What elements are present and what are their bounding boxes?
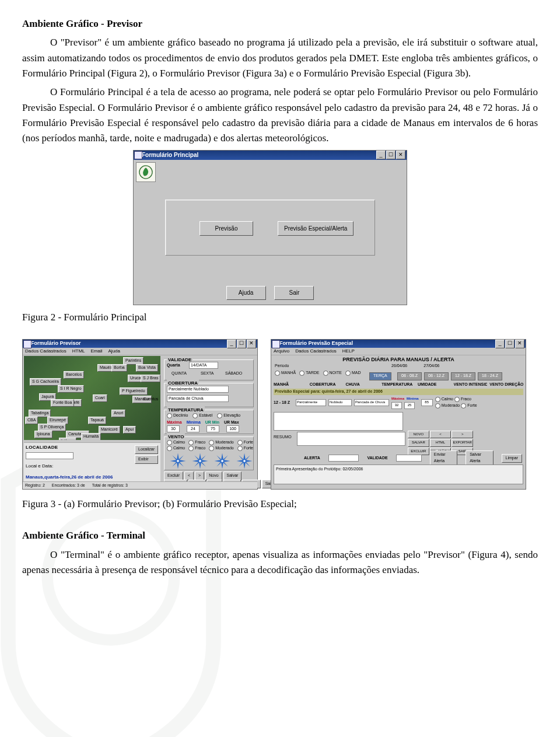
- text-area[interactable]: [274, 412, 403, 431]
- city-button[interactable]: Manicoré: [99, 426, 120, 434]
- menu-item[interactable]: HTML: [72, 348, 85, 355]
- compass-icon[interactable]: [214, 452, 231, 470]
- city-button[interactable]: S J Bras: [141, 375, 160, 382]
- radio-vento[interactable]: Fraco: [188, 445, 205, 452]
- city-button[interactable]: Lábrea: [59, 438, 76, 440]
- action-button[interactable]: <: [430, 431, 452, 438]
- ctrl-button[interactable]: <: [184, 471, 194, 480]
- temp-min[interactable]: 25: [404, 402, 415, 409]
- action-button[interactable]: NOVO: [408, 431, 429, 438]
- radio-vento[interactable]: Forte: [461, 403, 477, 409]
- city-button[interactable]: Ipixuna: [34, 431, 52, 438]
- radio-vento[interactable]: Calmo: [167, 445, 185, 452]
- time-slot[interactable]: 08 - 08.Z: [397, 372, 422, 380]
- row-chuva[interactable]: Pancada de Chuva: [354, 399, 389, 406]
- ajuda-button[interactable]: Ajuda: [226, 286, 266, 300]
- row-umidade[interactable]: 85: [421, 399, 433, 406]
- urmin-field[interactable]: 75: [206, 425, 219, 432]
- cobertura-field[interactable]: Parcialmente Nublado: [167, 386, 229, 393]
- city-button[interactable]: Coari: [93, 394, 107, 402]
- enviar-alerta-button[interactable]: Enviar Alerta: [430, 450, 457, 466]
- action-button[interactable]: HTML: [430, 439, 452, 446]
- salvar-alerta-button[interactable]: Salvar Alerta: [466, 450, 493, 466]
- localidade-field[interactable]: [26, 452, 74, 459]
- radio-vento[interactable]: Moderado: [209, 445, 234, 452]
- day-tab[interactable]: TERÇA: [369, 372, 391, 380]
- maximize-icon[interactable]: ☐: [237, 340, 246, 348]
- city-button[interactable]: P Figueiredo: [120, 387, 148, 395]
- exibir-button[interactable]: Exibir: [135, 455, 158, 464]
- radio-vento[interactable]: Moderado: [435, 403, 460, 409]
- day-btn[interactable]: SEXTA: [201, 371, 214, 377]
- radio-periodo[interactable]: TARDE: [299, 370, 319, 376]
- radio-periodo[interactable]: NOITE: [323, 370, 342, 376]
- radio-declinio[interactable]: Declínio: [167, 413, 188, 419]
- ctrl-button[interactable]: Salvar: [223, 471, 242, 480]
- time-slot[interactable]: 18 - 24.Z: [478, 372, 502, 380]
- compass-icon[interactable]: [236, 452, 253, 470]
- menu-item[interactable]: Email: [91, 348, 103, 355]
- sair-button[interactable]: Sair: [274, 286, 314, 300]
- radio-vento[interactable]: Fraco: [454, 396, 471, 403]
- radio-vento[interactable]: Calmo: [435, 396, 453, 403]
- city-button[interactable]: Eirunepé: [47, 417, 68, 424]
- menu-item[interactable]: Ajuda: [108, 348, 120, 355]
- urmax-field[interactable]: 100: [226, 425, 239, 432]
- action-button[interactable]: >: [452, 431, 473, 438]
- radio-periodo[interactable]: MANHÃ: [275, 370, 296, 376]
- action-button[interactable]: SALVAR: [408, 439, 429, 446]
- minimize-icon[interactable]: _: [227, 340, 236, 348]
- city-button[interactable]: S P Olivença: [38, 424, 66, 431]
- validade-field[interactable]: 14/DATA: [189, 362, 218, 369]
- row-cobertura2[interactable]: Nublado: [328, 399, 352, 406]
- city-button[interactable]: Humaitá: [81, 433, 101, 440]
- menu-item[interactable]: Dados Cadastrados: [295, 348, 337, 355]
- time-slot[interactable]: 12 - 18.Z: [451, 372, 475, 380]
- alerta-field[interactable]: [328, 455, 359, 462]
- radio-elevacao[interactable]: Elevação: [217, 413, 240, 419]
- ctrl-button[interactable]: >: [195, 471, 204, 480]
- ctrl-button[interactable]: Novo: [205, 471, 222, 480]
- compass-icon[interactable]: [169, 452, 187, 470]
- maximize-icon[interactable]: ☐: [505, 340, 514, 348]
- ctrl-button[interactable]: Excluir: [164, 471, 183, 480]
- compass-icon[interactable]: [191, 452, 209, 470]
- city-button[interactable]: CBA: [25, 417, 38, 424]
- row-cobertura[interactable]: Parcialmente: [296, 399, 326, 406]
- menu-item[interactable]: Dados Cadastrados: [25, 348, 66, 355]
- radio-estavel[interactable]: Estável: [192, 413, 212, 419]
- close-icon[interactable]: ✕: [396, 151, 405, 159]
- close-icon[interactable]: ✕: [247, 340, 256, 348]
- action-button[interactable]: EXPORTAR: [452, 439, 473, 446]
- city-button[interactable]: Tabatinga: [29, 410, 51, 417]
- minimize-icon[interactable]: _: [376, 151, 386, 159]
- temp-max-field[interactable]: 30: [167, 425, 180, 432]
- eventos-field[interactable]: Pancada de Chuva: [167, 395, 229, 402]
- previsao-especial-button[interactable]: Previsão Especial/Alerta: [278, 221, 354, 236]
- resumo-area[interactable]: [297, 432, 405, 446]
- city-button[interactable]: Parintins: [123, 357, 144, 365]
- city-button[interactable]: Apuí: [123, 426, 136, 434]
- radio-periodo[interactable]: MAD: [345, 370, 361, 376]
- maximize-icon[interactable]: ☐: [386, 151, 396, 159]
- minimize-icon[interactable]: _: [495, 340, 505, 348]
- city-button[interactable]: Tapauá: [88, 417, 106, 424]
- menu-item[interactable]: HELP: [342, 348, 355, 355]
- radio-vento[interactable]: Forte: [237, 445, 253, 452]
- alerta-validade-field[interactable]: [396, 455, 422, 462]
- close-icon[interactable]: ✕: [515, 340, 524, 348]
- city-button[interactable]: Boa Vista: [136, 364, 158, 372]
- city-button[interactable]: Anori: [111, 410, 125, 417]
- temp-min-field[interactable]: 24: [187, 425, 200, 432]
- city-button[interactable]: Barcelos: [64, 371, 84, 379]
- previsao-button[interactable]: Previsão: [200, 221, 253, 236]
- city-button[interactable]: S G Cachoeira: [30, 378, 61, 386]
- city-button[interactable]: Borba: [111, 364, 127, 372]
- day-btn[interactable]: SÁBADO: [225, 371, 242, 377]
- localizar-button[interactable]: Localizar: [135, 445, 158, 454]
- day-btn[interactable]: QUINTA: [172, 371, 187, 377]
- city-button[interactable]: S I R Negro: [58, 385, 84, 393]
- city-button[interactable]: Fonte Boa: [51, 399, 74, 407]
- time-slot[interactable]: 08 - 12.Z: [424, 372, 449, 380]
- menu-item[interactable]: Arquivo: [274, 348, 289, 355]
